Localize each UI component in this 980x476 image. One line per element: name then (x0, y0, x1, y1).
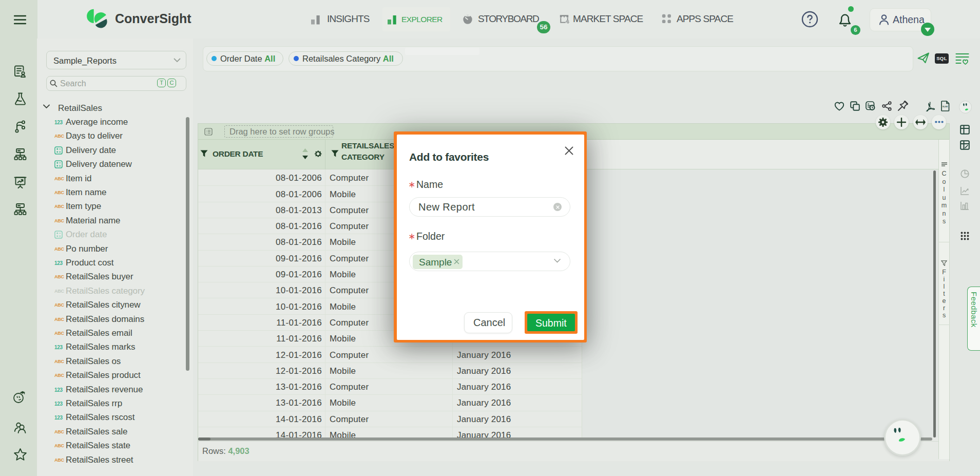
svg-text:XLSX: XLSX (943, 105, 948, 108)
